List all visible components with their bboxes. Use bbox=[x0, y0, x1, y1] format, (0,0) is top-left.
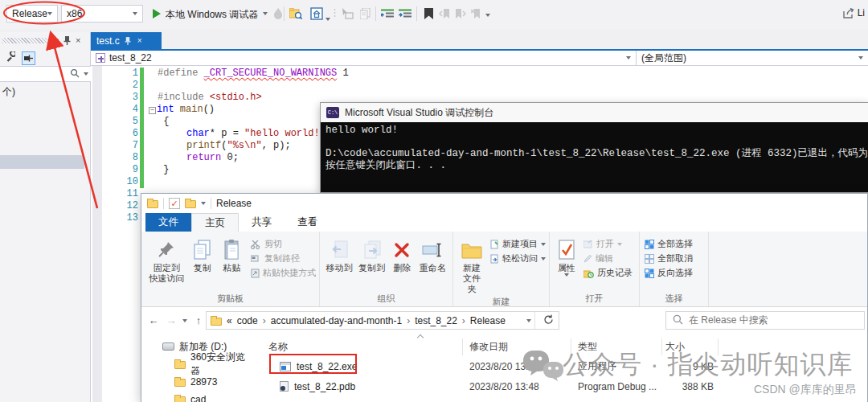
pdb-file-icon bbox=[280, 381, 289, 392]
breadcrumb-item[interactable]: code bbox=[237, 315, 258, 326]
copy-button[interactable]: 复制 bbox=[188, 236, 216, 275]
pin-to-quick-access-button[interactable]: 固定到 快速访问 bbox=[145, 236, 188, 285]
select-element-icon bbox=[341, 7, 354, 20]
tab-label: test.c bbox=[96, 35, 120, 47]
ribbon-filler bbox=[709, 232, 867, 306]
toolbar-separator bbox=[284, 6, 285, 21]
select-all-button[interactable]: 全部选择 bbox=[645, 238, 693, 250]
debug-console-window[interactable]: C:\ Microsoft Visual Studio 调试控制台 hello … bbox=[320, 102, 868, 193]
quick-access-newfolder-icon[interactable] bbox=[185, 200, 196, 208]
project-dropdown[interactable]: test_8_22 bbox=[91, 51, 637, 65]
toolbar-separator bbox=[375, 6, 376, 21]
titlebar-separator bbox=[163, 198, 164, 209]
history-button[interactable]: 历史记录 bbox=[583, 267, 633, 279]
chevron-down-icon[interactable] bbox=[84, 72, 88, 76]
rename-button[interactable]: 重命名 bbox=[416, 236, 449, 275]
screenshot-stage: Release x86 本地 Windows 调试器 bbox=[0, 0, 868, 402]
explorer-window-title: Release bbox=[216, 198, 252, 209]
breadcrumb-prefix: « bbox=[227, 315, 232, 326]
panel-selected-row[interactable] bbox=[0, 155, 84, 169]
toggle-bookmark-icon[interactable] bbox=[422, 7, 435, 20]
increase-indent-icon[interactable] bbox=[399, 7, 411, 20]
console-titlebar[interactable]: C:\ Microsoft Visual Studio 调试控制台 bbox=[321, 103, 868, 122]
properties-button[interactable]: 属性 bbox=[553, 236, 580, 278]
quick-access-properties-icon[interactable]: ✓ bbox=[169, 198, 180, 209]
move-to-button[interactable]: 移动到 bbox=[323, 236, 355, 275]
address-dropdown-icon[interactable] bbox=[526, 319, 531, 322]
explorer-menu-tab[interactable]: 共享 bbox=[239, 213, 285, 232]
chevron-down-icon bbox=[617, 243, 622, 246]
chevron-down-icon bbox=[626, 56, 631, 59]
invert-selection-button[interactable]: 反向选择 bbox=[645, 267, 693, 279]
explorer-titlebar[interactable]: ✓ Release bbox=[141, 194, 867, 212]
new-folder-button[interactable]: 新建 文件夹 bbox=[457, 236, 487, 296]
breadcrumb-item[interactable]: Release bbox=[470, 315, 506, 326]
explorer-menu-tab[interactable]: 文件 bbox=[145, 213, 191, 232]
panel-menu-icon[interactable] bbox=[54, 39, 59, 42]
chevron-down-icon[interactable] bbox=[326, 18, 330, 21]
select-none-icon bbox=[645, 254, 654, 264]
close-icon[interactable]: × bbox=[137, 36, 142, 45]
console-body[interactable]: hello world! D:\code\accumulated-day-and… bbox=[321, 122, 868, 192]
paste-icon bbox=[224, 237, 240, 263]
wrench-icon[interactable] bbox=[5, 51, 15, 65]
delete-button[interactable]: 删除 bbox=[388, 236, 416, 275]
explorer-menu-tab[interactable]: 主页 bbox=[191, 213, 239, 232]
breadcrumb-item[interactable]: test_8_22 bbox=[415, 315, 457, 326]
ribbon-group-new: 新建 文件夹 新建项目 轻松访问 bbox=[453, 232, 550, 306]
configuration-dropdown[interactable]: Release bbox=[6, 5, 58, 23]
explorer-address-bar: ← → ↑ «code›accumulated-day-and-month-1›… bbox=[141, 307, 867, 334]
ribbon-group-label: 打开 bbox=[550, 293, 639, 306]
close-icon[interactable]: × bbox=[76, 35, 80, 45]
select-none-button[interactable]: 全部取消 bbox=[645, 252, 693, 265]
pin-icon[interactable] bbox=[63, 36, 71, 45]
chevron-down-icon bbox=[133, 12, 137, 15]
open-icon bbox=[583, 240, 593, 248]
move-to-icon bbox=[330, 237, 348, 263]
pin-tool-selected[interactable] bbox=[22, 51, 35, 65]
chevron-down-icon bbox=[541, 243, 546, 246]
vs-tool-panel: × 个) bbox=[0, 32, 91, 402]
tab-test-c[interactable]: test.c × bbox=[91, 32, 162, 49]
folder-icon bbox=[174, 396, 186, 402]
live-share-button[interactable]: Li bbox=[843, 7, 865, 18]
easy-access-button[interactable]: 轻松访问 bbox=[490, 252, 546, 265]
quick-access-toolbar-menu-icon[interactable] bbox=[201, 202, 206, 205]
browser-link-icon[interactable] bbox=[310, 7, 323, 20]
live-share-label: Li bbox=[858, 7, 865, 18]
up-icon[interactable]: ↑ bbox=[190, 314, 207, 326]
explorer-search-box[interactable]: 在 Release 中搜索 bbox=[665, 311, 865, 330]
paste-shortcut-icon bbox=[251, 269, 260, 278]
explorer-menu-tab[interactable]: 查看 bbox=[285, 213, 330, 232]
panel-grip[interactable] bbox=[2, 38, 47, 43]
nav-item[interactable]: 360安全浏览器 bbox=[141, 355, 251, 373]
exe-file-icon bbox=[280, 362, 291, 371]
refresh-icon[interactable] bbox=[538, 314, 559, 327]
debug-button[interactable]: 本地 Windows 调试器 bbox=[166, 8, 258, 22]
recent-locations-icon[interactable] bbox=[182, 319, 187, 322]
address-box[interactable]: «code›accumulated-day-and-month-1›test_8… bbox=[206, 311, 559, 330]
decrease-indent-icon[interactable] bbox=[381, 7, 394, 20]
start-debug-icon[interactable] bbox=[153, 9, 161, 18]
scope-name: (全局范围) bbox=[641, 51, 686, 65]
new-item-button[interactable]: 新建项目 bbox=[490, 238, 546, 250]
console-title: Microsoft Visual Studio 调试控制台 bbox=[345, 106, 493, 120]
toolbar-overflow-icon[interactable] bbox=[485, 14, 490, 17]
copy-to-button[interactable]: 复制到 bbox=[355, 236, 389, 275]
chevron-down-icon[interactable] bbox=[263, 12, 268, 15]
paste-button[interactable]: 粘贴 bbox=[216, 236, 248, 275]
column-header[interactable]: 名称 bbox=[262, 338, 463, 355]
platform-dropdown[interactable]: x86 bbox=[61, 5, 143, 23]
pin-icon[interactable] bbox=[125, 37, 131, 45]
back-icon[interactable]: ← bbox=[145, 314, 162, 326]
scope-dropdown[interactable]: (全局范围) bbox=[637, 51, 868, 65]
nav-item[interactable]: cad bbox=[141, 391, 251, 402]
properties-icon bbox=[558, 237, 575, 263]
panel-search-box[interactable] bbox=[0, 66, 91, 82]
edit-pencil-icon bbox=[583, 254, 592, 263]
chevron-down-icon bbox=[541, 257, 546, 260]
tool-panel-header[interactable]: × bbox=[0, 32, 91, 48]
configuration-value: Release bbox=[12, 8, 47, 19]
breadcrumb-item[interactable]: accumulated-day-and-month-1 bbox=[271, 315, 402, 326]
find-in-files-icon[interactable] bbox=[289, 7, 302, 20]
